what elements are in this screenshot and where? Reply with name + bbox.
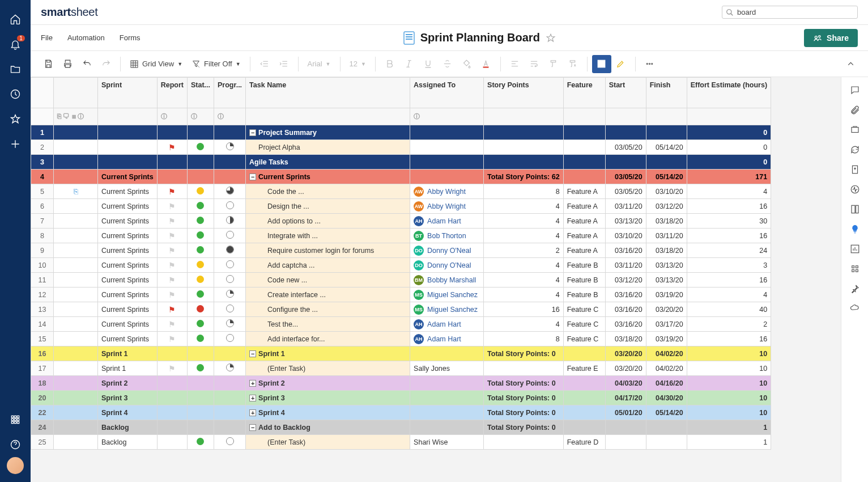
cell-finish[interactable]: 03/19/20 — [646, 287, 687, 302]
cell-feature[interactable] — [563, 170, 605, 184]
cell-assigned[interactable]: DODonny O'Neal — [410, 243, 484, 258]
cell-start[interactable]: 03/11/20 — [605, 199, 646, 214]
col-sprint[interactable]: Sprint — [98, 78, 158, 108]
cell-assigned[interactable]: AHAdam Hart — [410, 332, 484, 346]
cell-task[interactable]: Project Alpha — [246, 140, 410, 155]
home-icon[interactable] — [0, 7, 31, 32]
cell-report[interactable] — [157, 420, 187, 435]
more-icon[interactable] — [640, 55, 659, 73]
pin-icon[interactable] — [850, 284, 860, 295]
cell-start[interactable]: 03/16/20 — [605, 302, 646, 317]
cell-task[interactable]: +Sprint 3 — [246, 391, 410, 405]
cell-sprint[interactable]: Current Sprints — [98, 258, 158, 273]
italic-icon[interactable] — [399, 55, 419, 73]
cell-finish[interactable] — [646, 435, 687, 450]
cell-points[interactable]: 4 — [484, 273, 564, 287]
cell-progress[interactable] — [214, 346, 246, 361]
outdent-icon[interactable] — [255, 55, 274, 73]
table-row[interactable]: 17Sprint 1⚑(Enter Task)Sally JonesFeatur… — [31, 361, 771, 376]
cell-sprint[interactable]: Current Sprints — [98, 273, 158, 287]
cell-sprint[interactable]: Current Sprints — [98, 170, 158, 184]
cell-task[interactable]: Design the ... — [246, 199, 410, 214]
table-row[interactable]: 4Current Sprints−Current SprintsTotal St… — [31, 170, 771, 184]
clear-format-icon[interactable] — [563, 55, 582, 73]
cell-sprint[interactable] — [98, 140, 158, 155]
share-button[interactable]: Share — [804, 29, 858, 47]
attachments-icon[interactable] — [850, 105, 860, 117]
cell-task[interactable]: −Sprint 1 — [246, 346, 410, 361]
cell-finish[interactable]: 04/16/20 — [646, 376, 687, 391]
folder-icon[interactable] — [0, 57, 31, 82]
cell-status[interactable] — [187, 273, 214, 287]
expand-toggle[interactable]: − — [249, 129, 256, 136]
cell-start[interactable]: 03/12/20 — [605, 273, 646, 287]
collapse-toolbar-icon[interactable] — [841, 55, 860, 73]
cell-finish[interactable] — [646, 125, 687, 140]
cloud-icon[interactable] — [850, 303, 860, 315]
cell-progress[interactable] — [214, 125, 246, 140]
cell-points[interactable]: 8 — [484, 332, 564, 346]
cell-status[interactable] — [187, 243, 214, 258]
cell-feature[interactable] — [563, 391, 605, 405]
cell-progress[interactable] — [214, 361, 246, 376]
cell-status[interactable] — [187, 199, 214, 214]
cell-assigned[interactable] — [410, 155, 484, 170]
cell-assigned[interactable]: BMBobby Marshall — [410, 273, 484, 287]
publish-icon[interactable] — [850, 164, 860, 176]
menu-file[interactable]: File — [41, 33, 53, 42]
cell-assigned[interactable]: MSMiguel Sanchez — [410, 302, 484, 317]
cell-start[interactable]: 04/17/20 — [605, 391, 646, 405]
cell-points[interactable]: 16 — [484, 302, 564, 317]
cell-feature[interactable]: Feature B — [563, 287, 605, 302]
cell-start[interactable] — [605, 435, 646, 450]
cell-progress[interactable] — [214, 273, 246, 287]
cell-report[interactable] — [157, 170, 187, 184]
col-start[interactable]: Start — [605, 78, 646, 108]
cell-points[interactable]: 4 — [484, 199, 564, 214]
cell-task[interactable]: Integrate with ... — [246, 229, 410, 243]
table-row[interactable]: 5⎘Current Sprints⚑Code the ...AWAbby Wri… — [31, 184, 771, 199]
cell-sprint[interactable]: Current Sprints — [98, 243, 158, 258]
cell-progress[interactable] — [214, 184, 246, 199]
cell-task[interactable]: −Add to Backlog — [246, 420, 410, 435]
col-feature[interactable]: Feature — [563, 78, 605, 108]
format-icon[interactable] — [544, 55, 563, 73]
table-row[interactable]: 25Backlog(Enter Task)Shari WiseFeature D… — [31, 435, 771, 450]
cell-report[interactable] — [157, 435, 187, 450]
cell-effort[interactable]: 1 — [687, 420, 771, 435]
cell-assigned[interactable] — [410, 405, 484, 420]
cell-assigned[interactable]: Sally Jones — [410, 361, 484, 376]
expand-toggle[interactable]: + — [249, 409, 256, 416]
cell-status[interactable] — [187, 258, 214, 273]
menu-automation[interactable]: Automation — [67, 33, 105, 42]
expand-toggle[interactable]: − — [249, 424, 256, 431]
cell-effort[interactable]: 3 — [687, 258, 771, 273]
expand-toggle[interactable]: − — [249, 174, 256, 180]
fill-color-icon[interactable] — [457, 55, 476, 73]
cell-start[interactable]: 03/16/20 — [605, 317, 646, 332]
cell-task[interactable]: −Current Sprints — [246, 170, 410, 184]
cell-effort[interactable]: 0 — [687, 155, 771, 170]
cell-sprint[interactable]: Current Sprints — [98, 302, 158, 317]
cell-finish[interactable]: 04/30/20 — [646, 391, 687, 405]
cell-start[interactable]: 03/05/20 — [605, 170, 646, 184]
cell-finish[interactable]: 05/14/20 — [646, 140, 687, 155]
table-row[interactable]: 2⚑Project Alpha03/05/2005/14/200 — [31, 140, 771, 155]
cell-effort[interactable]: 10 — [687, 376, 771, 391]
cell-task[interactable]: Agile Tasks — [246, 155, 410, 170]
print-icon[interactable] — [58, 55, 77, 73]
lightbulb-icon[interactable] — [850, 224, 860, 236]
cell-status[interactable] — [187, 435, 214, 450]
cell-progress[interactable] — [214, 243, 246, 258]
cell-points[interactable]: 4 — [484, 229, 564, 243]
cell-report[interactable] — [157, 155, 187, 170]
cell-finish[interactable]: 03/12/20 — [646, 199, 687, 214]
cell-sprint[interactable]: Current Sprints — [98, 287, 158, 302]
cell-points[interactable]: 4 — [484, 214, 564, 229]
cell-effort[interactable]: 10 — [687, 346, 771, 361]
help-icon[interactable] — [0, 432, 31, 457]
cell-feature[interactable] — [563, 346, 605, 361]
cell-start[interactable]: 03/05/20 — [605, 140, 646, 155]
cell-sprint[interactable] — [98, 155, 158, 170]
cell-points[interactable] — [484, 140, 564, 155]
